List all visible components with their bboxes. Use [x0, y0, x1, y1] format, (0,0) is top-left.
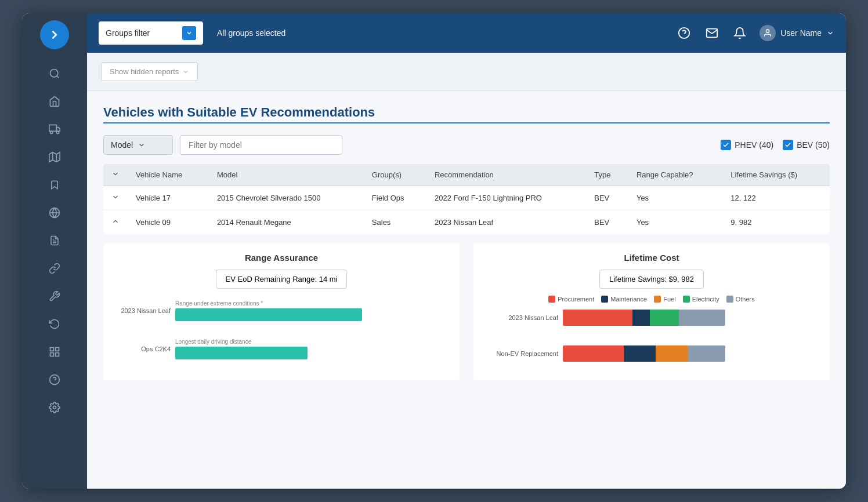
- content-area: Show hidden reports Vehicles with Suitab…: [87, 53, 846, 489]
- lifetime-bar-row-2: Non-EV Replacement: [483, 345, 820, 362]
- mail-nav-icon[interactable]: [704, 25, 720, 41]
- table-cell-expand-2[interactable]: [103, 210, 128, 235]
- lifetime-cost-panel: Lifetime Cost Lifetime Savings: $9, 982 …: [473, 243, 830, 380]
- stacked-bar-1: [563, 310, 725, 326]
- range-bar-row-2: Ops C2K4 Longest daily driving distance: [113, 339, 450, 359]
- segment-others-2: [688, 345, 725, 362]
- all-groups-text: All groups selected: [217, 28, 285, 38]
- help-nav-icon[interactable]: [676, 25, 692, 41]
- sidebar-item-wrench[interactable]: [42, 283, 67, 309]
- sidebar-item-settings[interactable]: [42, 395, 67, 420]
- show-hidden-reports-button[interactable]: Show hidden reports: [101, 62, 198, 81]
- page-content: Vehicles with Suitable EV Recommendation…: [87, 91, 846, 394]
- model-dropdown[interactable]: Model: [103, 135, 173, 155]
- filter-row: Model PHEV (40): [103, 135, 830, 155]
- sidebar: [22, 13, 87, 489]
- table-cell-vehicle-name-2: Vehicle 09: [128, 210, 209, 235]
- sidebar-item-report[interactable]: [42, 228, 67, 253]
- table-header-type: Type: [586, 164, 628, 186]
- table-cell-groups-2: Sales: [364, 210, 426, 235]
- segment-maintenance-2: [624, 345, 656, 362]
- model-dropdown-label: Model: [111, 140, 133, 150]
- legend-fuel: Fuel: [654, 296, 675, 303]
- bev-label: BEV (50): [797, 140, 830, 150]
- sidebar-item-bookmark[interactable]: [42, 172, 67, 198]
- table-cell-model-1: 2015 Chevrolet Silverado 1500: [209, 186, 364, 210]
- svg-rect-16: [56, 353, 59, 357]
- range-bar-chart: 2023 Nissan Leaf Range under extreme con…: [113, 296, 450, 371]
- svg-point-4: [50, 131, 53, 133]
- sidebar-item-truck[interactable]: [42, 117, 67, 142]
- hidden-reports-bar: Show hidden reports: [87, 53, 846, 91]
- table-cell-recommendation-2: 2023 Nissan Leaf: [426, 210, 586, 235]
- legend-electricity: Electricity: [683, 296, 719, 303]
- range-bar-fill-1: [175, 308, 362, 321]
- range-sub-label-1: Range under extreme conditions *: [175, 300, 450, 307]
- segment-others-1: [679, 310, 725, 326]
- table-cell-savings-1: 12, 122: [722, 186, 830, 210]
- svg-rect-13: [50, 348, 54, 351]
- table-cell-groups-1: Field Ops: [364, 186, 426, 210]
- sidebar-item-search[interactable]: [42, 61, 67, 86]
- user-avatar: [760, 25, 776, 41]
- phev-label: PHEV (40): [735, 140, 773, 150]
- sidebar-item-map[interactable]: [42, 144, 67, 170]
- segment-fuel-2: [656, 345, 688, 362]
- table-header-range: Range Capable?: [628, 164, 722, 186]
- range-assurance-panel: Range Assurance EV EoD Remaining Range: …: [103, 243, 460, 380]
- legend-maintenance-label: Maintenance: [610, 296, 647, 303]
- range-sub-label-2: Longest daily driving distance: [175, 339, 450, 345]
- bev-checkbox[interactable]: [783, 140, 793, 150]
- sidebar-item-globe[interactable]: [42, 200, 67, 225]
- model-dropdown-icon: [138, 141, 146, 149]
- range-bar-label-2: Ops C2K4: [113, 345, 171, 352]
- legend-maintenance: Maintenance: [601, 296, 647, 303]
- range-info-box: EV EoD Remaining Range: 14 mi: [216, 270, 348, 289]
- range-assurance-title: Range Assurance: [113, 253, 450, 263]
- show-hidden-reports-label: Show hidden reports: [110, 67, 179, 76]
- range-bar-fill-2: [175, 347, 308, 359]
- legend-others: Others: [726, 296, 755, 303]
- user-section[interactable]: User Name: [760, 25, 834, 41]
- table-cell-range-2: Yes: [628, 210, 722, 235]
- sidebar-item-grid[interactable]: [42, 339, 67, 365]
- lifetime-legend: Procurement Maintenance Fuel: [483, 296, 820, 303]
- bell-nav-icon[interactable]: [732, 25, 748, 41]
- legend-others-dot: [726, 296, 733, 303]
- table-header-vehicle-name: Vehicle Name: [128, 164, 209, 186]
- range-bar-container-2: Longest daily driving distance: [175, 339, 450, 359]
- groups-filter-button[interactable]: Groups filter: [99, 21, 203, 45]
- lifetime-bar-chart: 2023 Nissan Leaf Non-EV Replacement: [483, 310, 820, 371]
- svg-marker-3: [56, 128, 60, 132]
- top-nav: Groups filter All groups selected: [87, 13, 846, 53]
- sidebar-item-help[interactable]: [42, 367, 67, 392]
- sidebar-item-home[interactable]: [42, 89, 67, 114]
- table-cell-recommendation-1: 2022 Ford F-150 Lightning PRO: [426, 186, 586, 210]
- user-dropdown-icon: [826, 29, 834, 37]
- legend-fuel-label: Fuel: [663, 296, 675, 303]
- sidebar-item-link[interactable]: [42, 256, 67, 281]
- charts-section: Range Assurance EV EoD Remaining Range: …: [103, 243, 830, 380]
- svg-rect-14: [56, 348, 59, 351]
- sidebar-item-undo[interactable]: [42, 311, 67, 337]
- svg-marker-6: [49, 152, 60, 162]
- phev-checkbox[interactable]: [721, 140, 731, 150]
- segment-electricity-1: [650, 310, 679, 326]
- vehicles-table: Vehicle Name Model Group(s) Recommendati…: [103, 164, 830, 234]
- legend-procurement-label: Procurement: [558, 296, 594, 303]
- hidden-reports-dropdown-icon: [182, 68, 189, 75]
- table-cell-expand-1[interactable]: [103, 186, 128, 210]
- table-header-recommendation: Recommendation: [426, 164, 586, 186]
- svg-point-5: [56, 131, 59, 133]
- groups-filter-label: Groups filter: [106, 28, 150, 38]
- filter-model-input[interactable]: [180, 135, 342, 155]
- main-content: Groups filter All groups selected: [87, 13, 846, 489]
- segment-procurement-2: [563, 345, 624, 362]
- legend-electricity-dot: [683, 296, 690, 303]
- svg-point-19: [53, 406, 56, 409]
- legend-others-label: Others: [736, 296, 755, 303]
- svg-point-22: [766, 30, 769, 32]
- sidebar-logo[interactable]: [40, 20, 69, 49]
- page-title: Vehicles with Suitable EV Recommendation…: [103, 105, 830, 120]
- svg-line-1: [57, 76, 59, 78]
